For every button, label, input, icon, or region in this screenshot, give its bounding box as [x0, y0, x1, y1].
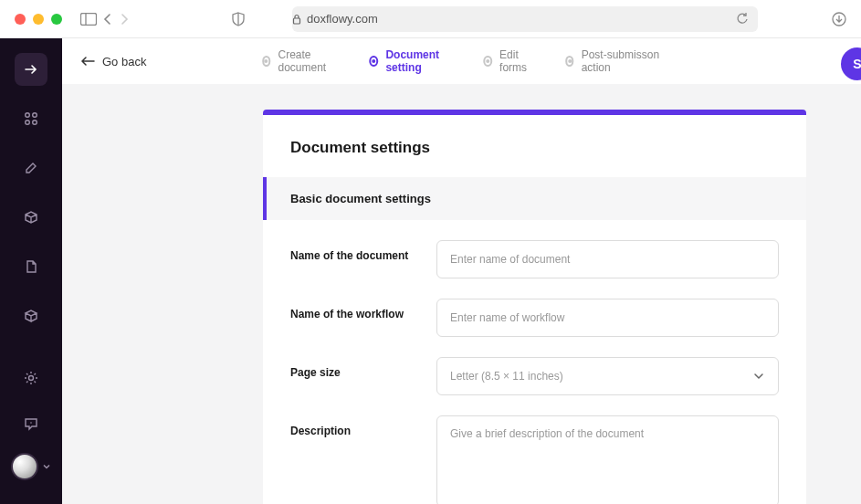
- go-back-button[interactable]: Go back: [80, 55, 146, 68]
- refresh-icon[interactable]: [736, 13, 749, 26]
- document-name-row: Name of the document: [290, 240, 779, 278]
- action-button[interactable]: S: [841, 47, 861, 80]
- sidebar-expand-button[interactable]: [15, 53, 47, 86]
- description-row: Description: [290, 415, 779, 504]
- step-label: Create document: [278, 48, 339, 74]
- sidebar-cube-button[interactable]: [15, 299, 47, 332]
- nav-back-icon[interactable]: [102, 13, 113, 26]
- step-dot-icon: [483, 56, 492, 67]
- file-icon: [24, 259, 38, 274]
- svg-point-6: [26, 121, 30, 125]
- workflow-name-row: Name of the workflow: [290, 299, 779, 337]
- stepper: Create document Document setting Edit fo…: [262, 48, 662, 74]
- window-controls: [15, 14, 62, 25]
- browser-chrome: doxflowy.com: [0, 0, 861, 38]
- arrow-left-icon: [80, 56, 95, 67]
- sidebar-settings-button[interactable]: [15, 362, 47, 394]
- sidebar-package-button[interactable]: [15, 201, 47, 234]
- arrow-right-icon: [24, 62, 38, 77]
- sidebar-edit-button[interactable]: [15, 152, 47, 184]
- panel-title: Document settings: [263, 115, 806, 177]
- user-menu[interactable]: [11, 453, 51, 480]
- step-dot-icon: [262, 56, 271, 67]
- form-body: Name of the document Name of the workflo…: [263, 220, 806, 504]
- description-textarea[interactable]: [436, 415, 779, 504]
- svg-rect-0: [81, 13, 97, 25]
- svg-point-4: [26, 113, 30, 118]
- step-create-document[interactable]: Create document: [262, 48, 339, 74]
- left-sidebar: [0, 38, 62, 504]
- svg-point-8: [29, 376, 34, 381]
- grid-icon: [24, 111, 38, 126]
- chat-icon: [24, 416, 38, 431]
- action-initial: S: [853, 57, 861, 71]
- workflow-name-input[interactable]: [436, 299, 779, 337]
- sidebar-feedback-button[interactable]: [15, 407, 47, 440]
- step-label: Document setting: [385, 48, 452, 74]
- download-icon[interactable]: [832, 12, 846, 26]
- url-text: doxflowy.com: [307, 12, 378, 26]
- content-area: Go back Create document Document setting…: [62, 38, 861, 504]
- svg-point-5: [33, 113, 37, 118]
- page-size-label: Page size: [290, 357, 436, 395]
- svg-rect-2: [294, 18, 300, 24]
- maximize-window-button[interactable]: [51, 14, 62, 25]
- chevron-down-icon: [752, 370, 765, 383]
- svg-point-7: [33, 121, 37, 125]
- cube-icon: [24, 309, 38, 323]
- sidebar-dashboard-button[interactable]: [15, 102, 47, 135]
- page-size-select[interactable]: Letter (8.5 × 11 inches): [436, 357, 779, 395]
- avatar: [11, 453, 38, 480]
- step-dot-icon: [370, 56, 379, 67]
- svg-point-9: [30, 422, 32, 424]
- workflow-name-label: Name of the workflow: [290, 299, 436, 337]
- shield-icon[interactable]: [232, 12, 245, 26]
- chevron-down-icon: [42, 462, 51, 471]
- step-label: Edit forms: [499, 48, 534, 74]
- step-label: Post-submisson action: [582, 48, 662, 74]
- step-edit-forms[interactable]: Edit forms: [483, 48, 533, 74]
- page-size-row: Page size Letter (8.5 × 11 inches): [290, 357, 779, 395]
- nav-forward-icon[interactable]: [119, 13, 130, 26]
- top-bar: Go back Create document Document setting…: [62, 38, 861, 84]
- description-label: Description: [290, 415, 436, 504]
- page-size-value: Letter (8.5 × 11 inches): [450, 370, 563, 383]
- step-dot-icon: [565, 56, 574, 67]
- box-icon: [24, 210, 38, 225]
- step-document-setting[interactable]: Document setting: [370, 48, 453, 74]
- document-name-label: Name of the document: [290, 240, 436, 278]
- step-post-submission[interactable]: Post-submisson action: [565, 48, 661, 74]
- pencil-icon: [24, 161, 38, 175]
- settings-panel: Document settings Basic document setting…: [263, 110, 806, 504]
- sidebar-toggle-icon[interactable]: [80, 13, 97, 26]
- lock-icon: [292, 14, 301, 25]
- sidebar-document-button[interactable]: [15, 250, 47, 283]
- gear-icon: [24, 371, 38, 385]
- document-name-input[interactable]: [436, 240, 779, 278]
- go-back-label: Go back: [102, 55, 146, 68]
- close-window-button[interactable]: [15, 14, 26, 25]
- minimize-window-button[interactable]: [33, 14, 44, 25]
- section-header: Basic document settings: [263, 177, 806, 220]
- url-bar[interactable]: doxflowy.com: [292, 6, 758, 32]
